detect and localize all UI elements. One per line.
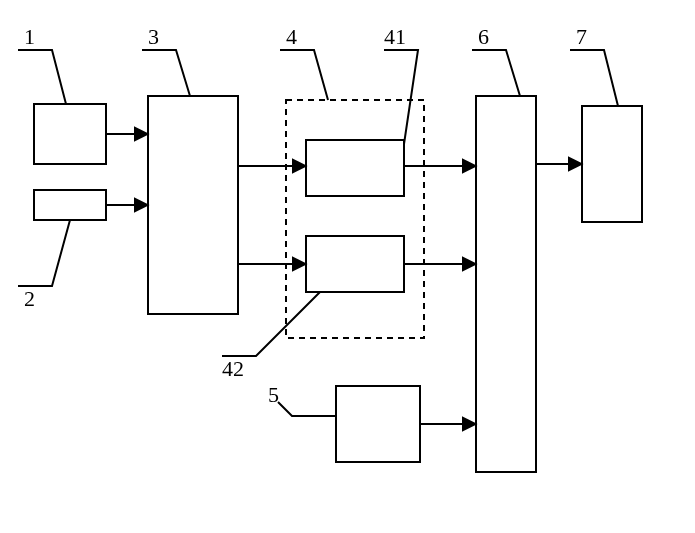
label-7: 7 bbox=[576, 24, 587, 49]
block-4-group bbox=[286, 100, 424, 338]
leader-6 bbox=[472, 50, 520, 96]
leader-7 bbox=[570, 50, 618, 106]
leader-1 bbox=[18, 50, 66, 104]
leader-3 bbox=[142, 50, 190, 96]
label-2: 2 bbox=[24, 286, 35, 311]
leader-5 bbox=[278, 402, 336, 416]
leader-41 bbox=[384, 50, 418, 144]
label-41: 41 bbox=[384, 24, 406, 49]
label-4: 4 bbox=[286, 24, 297, 49]
leader-4 bbox=[280, 50, 328, 100]
block-2 bbox=[34, 190, 106, 220]
block-7 bbox=[582, 106, 642, 222]
label-1: 1 bbox=[24, 24, 35, 49]
label-3: 3 bbox=[148, 24, 159, 49]
label-5: 5 bbox=[268, 382, 279, 407]
label-6: 6 bbox=[478, 24, 489, 49]
block-5 bbox=[336, 386, 420, 462]
block-1 bbox=[34, 104, 106, 164]
block-41 bbox=[306, 140, 404, 196]
block-42 bbox=[306, 236, 404, 292]
label-42: 42 bbox=[222, 356, 244, 381]
block-3 bbox=[148, 96, 238, 314]
block-6 bbox=[476, 96, 536, 472]
block-diagram: 1 2 3 4 41 42 5 6 7 bbox=[0, 0, 695, 533]
leader-2 bbox=[18, 220, 70, 286]
